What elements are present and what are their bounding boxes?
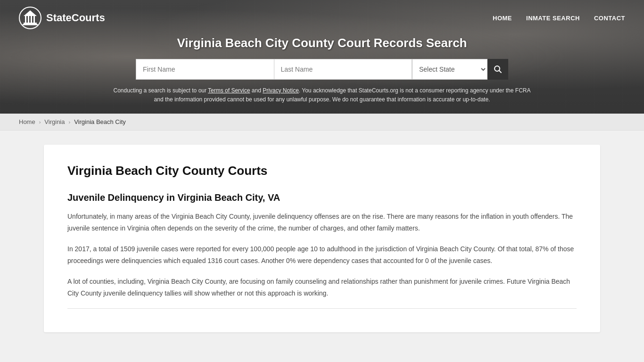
search-button[interactable] — [487, 59, 508, 80]
breadcrumb-home[interactable]: Home — [19, 118, 35, 125]
nav-home[interactable]: HOME — [493, 15, 512, 22]
navbar: StateCourts HOME INMATE SEARCH CONTACT — [0, 0, 644, 36]
breadcrumb-current: Virginia Beach City — [74, 118, 126, 125]
disclaimer-text: Conducting a search is subject to our Te… — [110, 86, 534, 104]
svg-rect-6 — [33, 16, 35, 23]
content-card: Virginia Beach City County Courts Juveni… — [44, 145, 600, 332]
nav-links: HOME INMATE SEARCH CONTACT — [493, 15, 625, 22]
search-icon — [494, 65, 502, 74]
content-divider — [67, 308, 577, 309]
last-name-input[interactable] — [274, 59, 413, 80]
main-wrapper: Virginia Beach City County Courts Juveni… — [0, 131, 644, 346]
svg-point-0 — [19, 7, 41, 29]
tos-link[interactable]: Terms of Service — [208, 87, 250, 94]
breadcrumb-state[interactable]: Virginia — [44, 118, 65, 125]
state-select[interactable]: Select State AlabamaAlaskaArizona Arkans… — [412, 59, 487, 80]
search-title: Virginia Beach City County Court Records… — [9, 36, 635, 50]
search-area: Virginia Beach City County Court Records… — [0, 36, 644, 114]
site-header: StateCourts HOME INMATE SEARCH CONTACT V… — [0, 0, 644, 114]
paragraph-3: A lot of counties, including, Virginia B… — [67, 276, 577, 299]
page-title: Virginia Beach City County Courts — [67, 164, 577, 178]
svg-rect-3 — [25, 16, 26, 23]
svg-rect-8 — [29, 13, 32, 15]
paragraph-2: In 2017, a total of 1509 juvenile cases … — [67, 243, 577, 266]
site-logo[interactable]: StateCourts — [19, 7, 105, 29]
privacy-link[interactable]: Privacy Notice — [263, 87, 299, 94]
svg-rect-5 — [31, 16, 32, 23]
nav-contact[interactable]: CONTACT — [594, 15, 625, 22]
breadcrumb-sep-2: › — [68, 119, 70, 125]
svg-rect-2 — [23, 24, 38, 25]
breadcrumb: Home › Virginia › Virginia Beach City — [0, 114, 644, 131]
search-bar: Select State AlabamaAlaskaArizona Arkans… — [136, 59, 508, 80]
svg-rect-1 — [24, 23, 37, 24]
first-name-input[interactable] — [136, 59, 274, 80]
nav-inmate-search[interactable]: INMATE SEARCH — [526, 15, 580, 22]
logo-icon — [19, 7, 41, 29]
logo-text: StateCourts — [46, 12, 105, 24]
svg-line-10 — [499, 71, 502, 73]
breadcrumb-sep-1: › — [39, 119, 41, 125]
section1-title: Juvenile Delinquency in Virginia Beach C… — [67, 192, 577, 203]
svg-rect-4 — [28, 16, 29, 23]
paragraph-1: Unfortunately, in many areas of the Virg… — [67, 211, 577, 234]
